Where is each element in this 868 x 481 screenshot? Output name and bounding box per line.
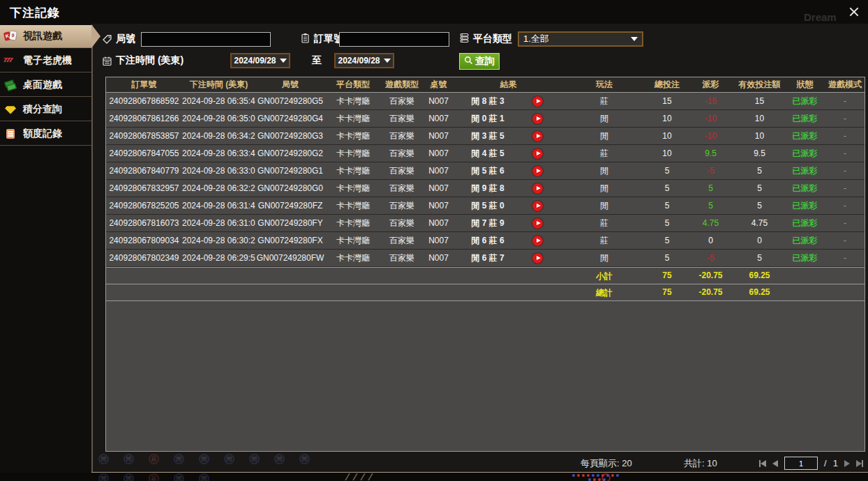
play-video-icon[interactable] (532, 166, 543, 176)
play-video-icon[interactable] (532, 201, 543, 211)
cell-platform: 卡卡灣廳 (325, 252, 381, 264)
cell-game-mode: - (824, 96, 865, 106)
first-page-button[interactable] (759, 460, 766, 467)
table-row: 2409280678538572024-09-28 06:34:22GN0072… (106, 128, 865, 145)
play-video-icon[interactable] (532, 131, 543, 142)
table-row: 2409280678090342024-09-28 06:30:29GN0072… (106, 232, 865, 250)
table-row: 2409280678023492024-09-28 06:29:58GN0072… (106, 250, 865, 267)
cell-platform: 卡卡灣廳 (325, 113, 381, 125)
cell-table-number: N007 (423, 114, 454, 123)
cell-round-number: GN007249280FY (255, 218, 325, 228)
cell-table-number: N007 (423, 253, 454, 263)
cell-game-mode: - (824, 218, 865, 228)
cell-game-type: 百家樂 (381, 200, 423, 212)
next-page-button[interactable] (844, 460, 850, 467)
cell-platform: 卡卡灣廳 (325, 235, 381, 247)
column-header: 平台類型 (325, 79, 381, 91)
slot-machine-icon: 777 (3, 54, 18, 68)
result-text: 閒 0 莊 1 (454, 113, 521, 125)
calendar-icon (102, 56, 112, 66)
player-bead: 閒 (174, 454, 184, 464)
cell-bet-time: 2024-09-28 06:35:40 (182, 96, 255, 106)
cell-payout: -15 (688, 96, 733, 106)
close-icon[interactable] (848, 6, 860, 17)
play-video-icon[interactable] (532, 183, 543, 194)
platform-type-label: 平台類型 (473, 33, 512, 45)
title-bar: 下注記錄 Dream (0, 0, 868, 24)
round-number-input[interactable] (141, 32, 271, 47)
cell-order-number: 240928067809034 (106, 236, 182, 245)
player-bead: 閒 (249, 454, 260, 464)
search-button[interactable]: 查詢 (459, 53, 500, 70)
background-marker (601, 473, 611, 481)
date-to-picker[interactable]: 2024/09/28 (334, 53, 394, 68)
cell-game-type: 百家樂 (381, 183, 423, 194)
column-header: 下注時間 (美東) (182, 79, 255, 91)
background-strip: 閒閒莊閒閒 (0, 473, 868, 481)
cell-valid-bet: 0 (733, 236, 786, 245)
cell-game-mode: - (824, 114, 865, 123)
cell-game-type: 百家樂 (381, 96, 423, 107)
search-button-label: 查詢 (475, 55, 495, 68)
cell-table-number: N007 (423, 131, 454, 141)
player-dot (592, 474, 594, 477)
column-header: 結果 (454, 79, 562, 91)
sidebar-item-label: 電子老虎機 (23, 54, 72, 67)
cell-play-type: 閒 (562, 200, 646, 212)
table-games-icon (3, 79, 18, 92)
cell-table-number: N007 (423, 236, 454, 245)
sidebar-item-2[interactable]: 桌面遊戲 (0, 74, 91, 97)
prev-page-button[interactable] (772, 460, 778, 467)
order-number-input[interactable] (339, 32, 449, 47)
sidebar-item-1[interactable]: 777電子老虎機 (0, 49, 91, 72)
play-video-icon[interactable] (532, 114, 543, 124)
background-roadmap-row: 閒閒莊閒閒 (98, 473, 209, 481)
cell-play-type: 閒 (562, 183, 646, 194)
cell-platform: 卡卡灣廳 (325, 183, 381, 194)
cell-round-number: GN007249280G5 (255, 96, 325, 106)
play-video-icon[interactable] (532, 253, 543, 264)
cell-round-number: GN007249280FX (255, 236, 325, 245)
table-row: 2409280678407792024-09-28 06:33:09GN0072… (106, 162, 865, 180)
play-video-icon[interactable] (532, 148, 543, 159)
cell-total-bet: 15 (646, 96, 688, 106)
sidebar-item-4[interactable]: 額度記錄 (0, 123, 91, 146)
pager: / 1 (759, 457, 863, 470)
cell-table-number: N007 (423, 201, 454, 211)
cell-status: 已派彩 (786, 200, 824, 212)
cell-play-type: 閒 (562, 165, 646, 177)
cell-round-number: GN007249280G1 (255, 166, 325, 176)
grand-total-payout: -20.75 (688, 287, 733, 297)
result-text: 閒 6 莊 7 (454, 252, 521, 264)
cell-bet-time: 2024-09-28 06:33:09 (182, 166, 255, 176)
sidebar-item-0[interactable]: K9視訊遊戲 (0, 25, 91, 48)
cell-status: 已派彩 (786, 217, 824, 229)
search-icon (464, 56, 473, 67)
play-video-icon[interactable] (532, 96, 543, 107)
banker-bead: 莊 (149, 454, 159, 464)
bet-records-dialog: 下注記錄 Dream K9視訊遊戲777電子老虎機桌面遊戲積分查詢額度記錄 局號… (0, 0, 868, 481)
sidebar-item-3[interactable]: 積分查詢 (0, 98, 91, 121)
play-video-icon[interactable] (532, 218, 543, 229)
cell-game-mode: - (824, 148, 865, 158)
last-page-button[interactable] (856, 460, 863, 467)
cell-table-number: N007 (423, 96, 454, 106)
table-row: 2409280678470552024-09-28 06:33:45GN0072… (106, 145, 865, 162)
bet-time-label: 下注時間 (美東) (116, 54, 184, 67)
cell-status: 已派彩 (786, 148, 824, 160)
points-query-icon (3, 103, 18, 116)
cell-round-number: GN007249280G3 (255, 131, 325, 141)
page-input[interactable] (784, 457, 818, 470)
cell-platform: 卡卡灣廳 (325, 96, 381, 107)
cell-table-number: N007 (423, 148, 454, 158)
platform-type-select[interactable]: 1.全部 (518, 31, 643, 47)
cell-result: 閒 3 莊 5 (454, 130, 562, 142)
subtotal-valid-bet: 69.25 (733, 270, 786, 280)
player-bead: 閒 (199, 454, 209, 464)
player-bead: 閒 (98, 454, 109, 464)
cell-total-bet: 5 (646, 201, 688, 211)
play-video-icon[interactable] (532, 236, 543, 246)
date-from-picker[interactable]: 2024/09/28 (230, 53, 290, 68)
cell-game-mode: - (824, 166, 865, 176)
date-to-value: 2024/09/28 (338, 56, 380, 66)
